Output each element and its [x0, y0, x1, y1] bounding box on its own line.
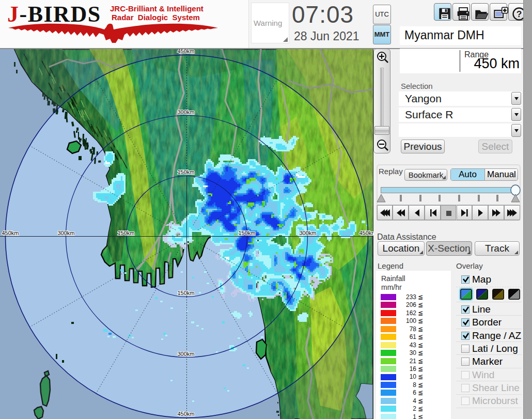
svg-text:450km: 450km: [2, 230, 19, 236]
svg-text:450km: 450km: [359, 230, 373, 236]
svg-text:150km: 150km: [177, 169, 194, 175]
svg-text:150km: 150km: [238, 230, 255, 236]
svg-text:300km: 300km: [177, 351, 194, 357]
svg-text:300km: 300km: [57, 230, 74, 236]
svg-text:150km: 150km: [117, 230, 134, 236]
svg-text:450km: 450km: [177, 411, 194, 417]
svg-text:150km: 150km: [177, 290, 194, 296]
svg-text:300km: 300km: [177, 109, 194, 115]
svg-text:450km: 450km: [177, 49, 194, 54]
svg-text:?: ?: [517, 9, 522, 19]
svg-text:300km: 300km: [299, 230, 316, 236]
